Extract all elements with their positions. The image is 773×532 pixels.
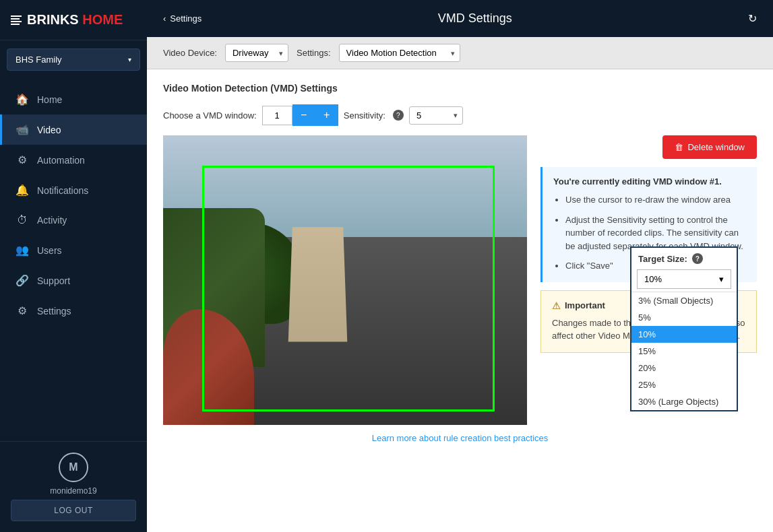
family-selector[interactable]: BHS Family ▾ [7,48,140,71]
counter-minus-button[interactable]: − [292,104,315,126]
video-icon: 📹 [16,123,29,136]
sensitivity-label: Sensitivity: [344,110,385,121]
target-size-chevron-icon: ▾ [719,274,724,284]
delete-btn-row: 🗑 Delete window [540,135,757,159]
delete-window-button[interactable]: 🗑 Delete window [662,135,757,159]
logo-area: BRINKS HOME [0,0,147,40]
window-number-input[interactable] [262,106,292,125]
editing-info-title: You're currently editing VMD window #1. [553,176,746,187]
sidebar-item-support[interactable]: 🔗 Support [0,265,147,296]
scene-path [288,227,348,341]
sidebar-item-label: Notifications [37,185,88,196]
sidebar-item-label: Settings [37,306,71,317]
window-counter: − + [262,104,338,126]
target-size-option-20[interactable]: 20% [631,360,737,376]
sensitivity-select-wrapper: 1 2 3 4 5 6 7 8 9 10 [409,106,463,125]
logo-bars-icon [11,15,22,25]
sidebar: BRINKS HOME BHS Family ▾ 🏠 Home 📹 Video … [0,0,147,532]
app-logo: BRINKS HOME [11,12,136,28]
sensitivity-help-icon[interactable]: ? [393,110,404,121]
sidebar-item-label: Video [37,125,61,135]
counter-plus-button[interactable]: + [315,104,338,126]
sidebar-item-notifications[interactable]: 🔔 Notifications [0,175,147,205]
sidebar-item-label: Home [37,94,62,105]
sidebar-item-label: Activity [37,215,67,226]
video-device-select-wrapper: Driveway [225,44,288,62]
delete-icon: 🗑 [675,142,683,152]
target-size-box: Target Size: ? 10% ▾ 3% (Small Objects) … [630,246,738,411]
sidebar-item-users[interactable]: 👥 Users [0,235,147,265]
sidebar-bottom: M monidemo19 LOG OUT [0,441,147,532]
delete-window-label: Delete window [687,142,745,152]
automation-icon: ⚙ [16,154,29,166]
target-size-help-icon[interactable]: ? [692,253,703,264]
logo-label: BRINKS HOME [27,12,123,28]
target-size-value: 10% [644,274,662,284]
family-name: BHS Family [16,55,62,65]
sidebar-item-label: Automation [37,155,85,166]
learn-more-link[interactable]: Learn more about rule creation best prac… [163,433,757,443]
toolbar: Video Device: Driveway Settings: Video M… [147,37,773,69]
back-button[interactable]: ‹ Settings [163,13,202,24]
settings-label: Settings: [297,48,331,58]
sidebar-item-home[interactable]: 🏠 Home [0,84,147,114]
refresh-icon[interactable]: ↻ [748,12,757,25]
target-size-option-5[interactable]: 5% [631,309,737,326]
video-device-label: Video Device: [163,48,217,58]
sidebar-item-label: Support [37,275,70,286]
sidebar-item-automation[interactable]: ⚙ Automation [0,145,147,175]
target-size-dropdown: Target Size: ? 10% ▾ 3% (Small Objects) … [630,246,738,411]
important-title-label: Important [565,300,605,310]
target-size-option-30[interactable]: 30% (Large Objects) [631,393,737,410]
sidebar-item-settings[interactable]: ⚙ Settings [0,296,147,326]
back-label: Settings [170,13,202,24]
nav-menu: 🏠 Home 📹 Video ⚙ Automation 🔔 Notificati… [0,79,147,441]
target-size-option-10[interactable]: 10% [631,326,737,343]
page-title: VMD Settings [438,11,512,26]
section-title: Video Motion Detection (VMD) Settings [163,83,757,94]
target-size-options: 3% (Small Objects) 5% 10% 15% 20% 25% 30… [631,292,737,410]
editing-bullet-1: Use the cursor to re-draw the window are… [565,193,746,207]
topbar: ‹ Settings VMD Settings ↻ [147,0,773,37]
avatar: M [59,453,88,482]
target-size-selected[interactable]: 10% ▾ [637,269,731,289]
controls-row: Choose a VMD window: − + Sensitivity: ? … [163,104,757,126]
main-row: Target Size: ? 10% ▾ 3% (Small Objects) … [163,135,757,425]
support-icon: 🔗 [16,274,29,287]
username-label: monidemo19 [50,486,96,496]
logout-button[interactable]: LOG OUT [11,500,136,521]
settings-icon: ⚙ [16,304,29,317]
warning-icon: ⚠ [552,300,561,311]
sidebar-item-label: Users [37,245,62,256]
video-device-select[interactable]: Driveway [225,44,288,62]
home-icon: 🏠 [16,93,29,106]
target-size-option-15[interactable]: 15% [631,343,737,360]
camera-view [163,135,527,425]
sidebar-item-activity[interactable]: ⏱ Activity [0,205,147,235]
topbar-left: ‹ Settings [163,13,202,24]
target-size-option-25[interactable]: 25% [631,376,737,393]
back-chevron-icon: ‹ [163,13,166,24]
settings-select-wrapper: Video Motion Detection [339,44,460,62]
camera-image [163,135,527,425]
sensitivity-select[interactable]: 1 2 3 4 5 6 7 8 9 10 [409,106,463,125]
target-size-option-3[interactable]: 3% (Small Objects) [631,292,737,309]
choose-window-label: Choose a VMD window: [163,110,257,121]
target-size-header: Target Size: ? [631,248,737,269]
notifications-icon: 🔔 [16,184,29,197]
activity-icon: ⏱ [16,214,29,226]
chevron-down-icon: ▾ [128,56,131,63]
main-content: ‹ Settings VMD Settings ↻ Video Device: … [147,0,773,532]
content-area: Video Motion Detection (VMD) Settings Ch… [147,69,773,532]
users-icon: 👥 [16,244,29,257]
settings-select[interactable]: Video Motion Detection [339,44,460,62]
target-size-label: Target Size: [638,254,687,264]
sidebar-item-video[interactable]: 📹 Video [0,114,147,145]
